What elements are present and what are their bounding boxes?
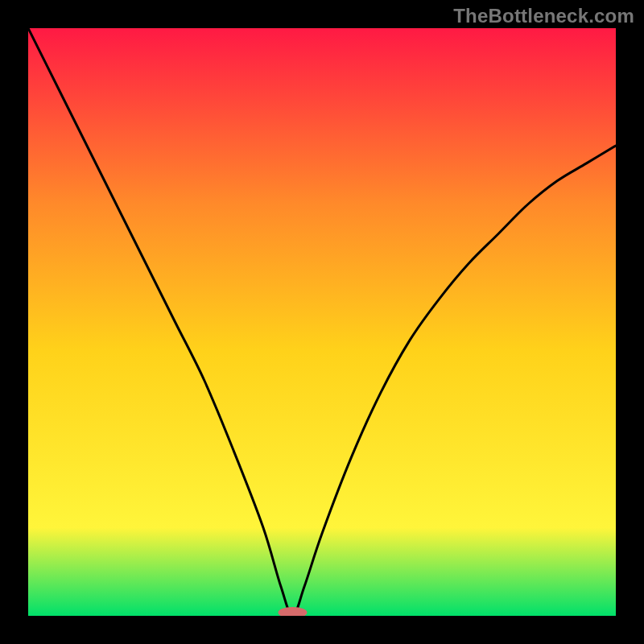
watermark-text: TheBottleneck.com <box>453 5 634 27</box>
chart-svg <box>28 28 616 616</box>
plot-area <box>28 28 616 616</box>
gradient-background <box>28 28 616 616</box>
chart-frame: TheBottleneck.com <box>0 0 644 644</box>
